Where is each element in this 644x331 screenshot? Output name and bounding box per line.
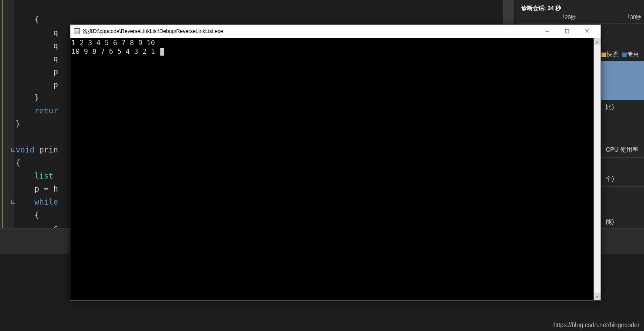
legend-swatch-icon — [622, 53, 627, 57]
collapse-icon[interactable]: - — [11, 200, 15, 204]
collapse-icon[interactable]: - — [11, 148, 15, 152]
diagnostics-legend: 快照 专用 — [601, 50, 641, 58]
close-button[interactable] — [577, 25, 597, 38]
console-title: 选择D:\cppcode\ReverseLinkList\Debug\Rever… — [83, 28, 537, 35]
legend-label: 专用 — [627, 51, 639, 57]
diagnostics-ruler: 20秒 30秒 — [515, 13, 644, 24]
console-line: 1 2 3 4 5 6 7 8 9 10 — [71, 39, 593, 47]
diagnostics-title: 诊断会话: 34 秒 — [521, 4, 561, 12]
console-window[interactable]: 选择D:\cppcode\ReverseLinkList\Debug\Rever… — [70, 24, 601, 301]
svg-rect-1 — [565, 30, 569, 33]
memory-graph[interactable] — [601, 61, 644, 100]
tick-label: 20秒 — [563, 14, 576, 18]
app-icon — [74, 28, 80, 34]
console-line: 10 9 8 7 6 5 4 3 2 1 — [71, 47, 593, 56]
minimize-button[interactable] — [537, 25, 557, 38]
console-output[interactable]: 1 2 3 4 5 6 7 8 9 10 10 9 8 7 6 5 4 3 2 … — [70, 38, 594, 300]
diag-section-ratio[interactable]: 比) — [601, 100, 644, 115]
diag-section-perf[interactable]: 能) — [601, 215, 644, 230]
diag-section-count[interactable]: 个) — [601, 172, 644, 187]
diag-section-cpu[interactable]: CPU 使用率 — [601, 142, 644, 158]
legend-swatch-icon — [601, 53, 606, 57]
cursor-icon — [160, 48, 164, 56]
scroll-up-button[interactable]: ▴ — [594, 38, 601, 45]
scroll-down-button[interactable]: ▾ — [594, 293, 601, 300]
watermark: https://blog.csdn.net/bingocoder — [554, 321, 640, 328]
maximize-button[interactable] — [557, 25, 577, 38]
scrollbar[interactable]: ▴ ▾ — [594, 38, 601, 300]
tick-label: 30秒 — [628, 14, 641, 18]
minimap-viewport[interactable] — [503, 0, 514, 26]
console-titlebar[interactable]: 选择D:\cppcode\ReverseLinkList\Debug\Rever… — [70, 25, 601, 38]
legend-label: 快照 — [607, 51, 618, 57]
